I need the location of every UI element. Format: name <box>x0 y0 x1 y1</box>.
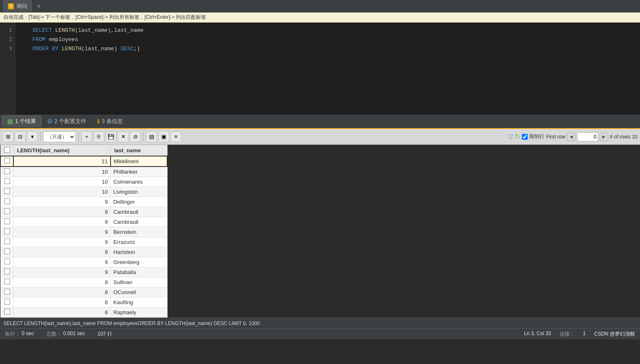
line-number: 1 <box>3 26 12 35</box>
cell-length: 10 <box>13 167 111 177</box>
delete-button[interactable]: ✕ <box>118 131 129 142</box>
cell-length: 9 <box>13 267 111 277</box>
cell-lastname: OConnell <box>111 287 167 297</box>
grid-icon: ▦ <box>7 118 13 125</box>
table-row[interactable]: 9Errazuriz <box>0 237 167 247</box>
table-row[interactable]: 9Bernstein <box>0 227 167 237</box>
header-checkbox[interactable] <box>4 147 10 153</box>
row-checkbox[interactable] <box>4 228 10 234</box>
row-checkbox-cell <box>0 308 13 318</box>
result-panel: ▦ 1 个结果 ⚙ 2 个配置文件 ℹ 3 条信息 ⊞ ⊟ ▾ （只读） + ⎘… <box>0 115 640 328</box>
row-checkbox-cell <box>0 187 13 197</box>
row-checkbox[interactable] <box>4 168 10 174</box>
limit-rows-checkbox[interactable] <box>522 134 528 140</box>
table-row[interactable]: 9Hartstein <box>0 247 167 257</box>
rows-label: # of rows <box>610 134 630 140</box>
cancel-button[interactable]: ⊘ <box>130 131 141 142</box>
table-row[interactable]: 9Cambrault <box>0 207 167 217</box>
row-checkbox-cell <box>0 277 13 287</box>
row-checkbox-cell <box>0 287 13 297</box>
text-btn[interactable]: ≡ <box>170 131 181 142</box>
editor-area[interactable]: 1 2 3 SELECT LENGTH(last_name),last_name… <box>0 23 640 115</box>
tab-result[interactable]: ▦ 1 个结果 <box>2 115 41 127</box>
row-checkbox[interactable] <box>4 218 10 224</box>
row-checkbox[interactable] <box>4 238 10 244</box>
save-button[interactable]: 💾 <box>106 131 116 142</box>
code-editor[interactable]: SELECT LENGTH(last_name),last_name FROM … <box>15 23 640 115</box>
table-row[interactable]: 9Cambrault <box>0 217 167 227</box>
data-toolbar: ⊞ ⊟ ▾ （只读） + ⎘ 💾 ✕ ⊘ ▤ ▣ ≡ ▽ ↻ 限制行 First… <box>0 129 640 145</box>
table-row[interactable]: 8Raphaely <box>0 308 167 318</box>
tab-info[interactable]: ℹ 3 条信息 <box>92 115 128 127</box>
table-btn[interactable]: ▤ <box>146 131 157 142</box>
split-view-button[interactable]: ⊟ <box>15 131 26 142</box>
grid-view-button[interactable]: ⊞ <box>3 131 13 142</box>
copy-button[interactable]: ⎘ <box>93 131 104 142</box>
row-checkbox-cell <box>0 167 13 177</box>
exec-time: 执行： 0 sec <box>5 331 34 338</box>
rows-count-val: 107 行 <box>98 331 112 338</box>
cell-lastname: Colmenares <box>111 177 167 187</box>
table-row[interactable]: 10Philtanker <box>0 167 167 177</box>
refresh-icon: ↻ <box>515 133 520 141</box>
cell-length: 8 <box>13 308 111 318</box>
row-checkbox-cell <box>0 217 13 227</box>
row-checkbox[interactable] <box>4 279 10 285</box>
cell-lastname: Sullivan <box>111 277 167 287</box>
total-value: 0.001 sec <box>63 331 85 338</box>
table-row[interactable]: 11Mikkilineni <box>0 156 167 167</box>
row-checkbox[interactable] <box>4 198 10 204</box>
row-checkbox[interactable] <box>4 299 10 305</box>
result-tab-label: 1 个结果 <box>15 118 36 125</box>
cell-lastname: Cambrault <box>111 207 167 217</box>
table-row[interactable]: 10Colmenares <box>0 177 167 187</box>
row-checkbox[interactable] <box>4 178 10 184</box>
table-row[interactable]: 8Kaufling <box>0 297 167 308</box>
first-row-input[interactable] <box>577 132 598 141</box>
cell-lastname: Pataballa <box>111 267 167 277</box>
table-row[interactable]: 8Sullivan <box>0 277 167 287</box>
table-row[interactable]: 9Pataballa <box>0 267 167 277</box>
new-row-button[interactable]: + <box>81 131 92 142</box>
cell-lastname: Raphaely <box>111 308 167 318</box>
next-page-button[interactable]: ▶ <box>600 133 608 141</box>
config-tab-label: 2 个配置文件 <box>54 118 86 125</box>
cell-length: 9 <box>13 247 111 257</box>
cell-length: 9 <box>13 207 111 217</box>
data-table: LENGTH(last_name) last_name 11Mikkilinen… <box>0 145 168 318</box>
form-btn[interactable]: ▣ <box>158 131 169 142</box>
table-row[interactable]: 8OConnell <box>0 287 167 297</box>
col-length-header[interactable]: LENGTH(last_name) <box>13 145 111 156</box>
table-row[interactable]: 9Greenberg <box>0 257 167 267</box>
row-checkbox-cell <box>0 227 13 237</box>
total-label: 总数： <box>46 331 62 338</box>
data-table-wrap[interactable]: LENGTH(last_name) last_name 11Mikkilinen… <box>0 145 640 318</box>
dropdown-btn[interactable]: ▾ <box>27 131 38 142</box>
main-tab[interactable]: Q 询问 <box>3 0 32 12</box>
row-checkbox[interactable] <box>4 158 10 164</box>
cell-lastname: Errazuriz <box>111 237 167 247</box>
result-tabs: ▦ 1 个结果 ⚙ 2 个配置文件 ℹ 3 条信息 <box>0 115 640 129</box>
cell-length: 11 <box>13 156 111 167</box>
rows-count: 107 行 <box>98 331 112 338</box>
row-checkbox[interactable] <box>4 259 10 264</box>
row-checkbox[interactable] <box>4 309 10 315</box>
row-checkbox-cell <box>0 207 13 217</box>
row-checkbox-cell <box>0 237 13 247</box>
add-tab-button[interactable]: + <box>34 2 43 11</box>
prev-page-button[interactable]: ◀ <box>567 133 575 141</box>
row-checkbox[interactable] <box>4 289 10 295</box>
tab-config[interactable]: ⚙ 2 个配置文件 <box>41 115 92 127</box>
title-bar: Q 询问 + <box>0 0 640 13</box>
tab-label: 询问 <box>16 3 27 10</box>
row-checkbox[interactable] <box>4 188 10 194</box>
bottom-bar-right: Ln 3, Col 33 连接： 1 CSDN @梦幻清醒 <box>524 331 635 338</box>
col-lastname-header[interactable]: last_name <box>111 145 167 156</box>
row-checkbox[interactable] <box>4 249 10 254</box>
row-checkbox[interactable] <box>4 269 10 274</box>
row-checkbox[interactable] <box>4 208 10 214</box>
readonly-select[interactable]: （只读） <box>43 131 76 142</box>
conn-label: 连接： <box>560 331 575 338</box>
table-row[interactable]: 9Dellinger <box>0 197 167 207</box>
table-row[interactable]: 10Livingston <box>0 187 167 197</box>
